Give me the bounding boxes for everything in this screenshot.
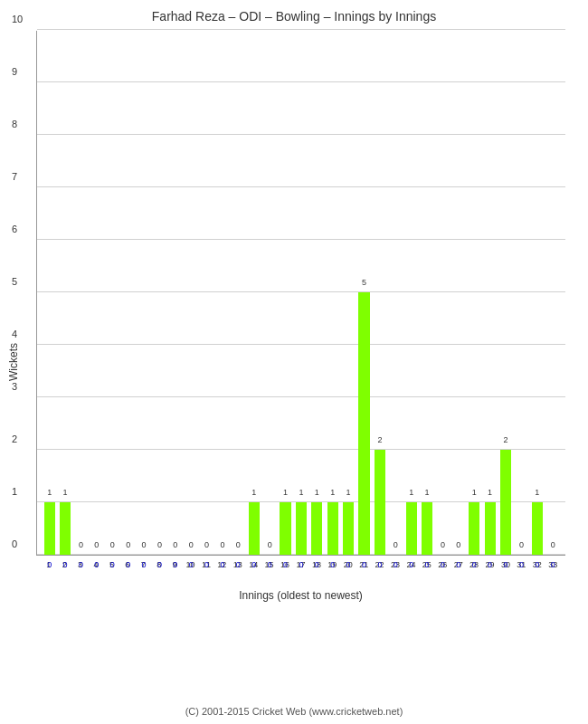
bar: 10 xyxy=(406,502,417,555)
bar-zero-label: 0 xyxy=(220,560,224,569)
bar-group: 10 xyxy=(325,31,340,555)
bar-zero-label: 0 xyxy=(504,560,508,569)
bar: 20 xyxy=(375,450,385,555)
bar-zero-label: 0 xyxy=(299,560,303,569)
y-axis-label-container: Wickets xyxy=(7,0,20,724)
bar: 10 xyxy=(469,502,479,555)
bar-group: 10 xyxy=(419,31,434,555)
bar-value-label: 1 xyxy=(488,488,492,497)
bar-zero-label: 0 xyxy=(79,560,83,569)
bar-group: 00 xyxy=(261,31,277,555)
bar-group: 00 xyxy=(120,31,136,555)
bar-group: 00 xyxy=(167,31,183,555)
bar-zero-label: 0 xyxy=(441,560,445,569)
bar-value-label: 0 xyxy=(456,540,460,549)
y-tick-label: 3 xyxy=(12,381,17,392)
y-tick-label: 6 xyxy=(12,224,17,234)
chart-title: Farhad Reza – ODI – Bowling – Innings by… xyxy=(9,9,579,24)
bar-value-label: 1 xyxy=(535,488,539,497)
bar-group: 10 xyxy=(529,31,545,555)
bar-group: 10 xyxy=(340,31,356,555)
bar: 10 xyxy=(44,502,55,555)
plot-area: 0123456789101010000000000000000000000010… xyxy=(36,31,565,556)
bar-zero-label: 0 xyxy=(94,560,99,569)
bar-value-label: 0 xyxy=(551,540,555,549)
bar-zero-label: 0 xyxy=(551,560,555,569)
bar: 10 xyxy=(249,502,260,555)
y-tick-label: 0 xyxy=(12,538,17,549)
bar-zero-label: 0 xyxy=(251,560,256,569)
bar-zero-label: 0 xyxy=(189,560,194,569)
bar-group: 00 xyxy=(450,31,466,555)
bars-container: 1010000000000000000000000010001010101010… xyxy=(37,31,565,555)
bar-group: 10 xyxy=(403,31,419,555)
bar: 10 xyxy=(280,502,290,555)
bar-value-label: 0 xyxy=(519,540,524,549)
grid-line xyxy=(37,29,565,30)
bar: 10 xyxy=(60,502,71,555)
bar-zero-label: 0 xyxy=(535,560,539,569)
bar-zero-label: 0 xyxy=(268,560,272,569)
bar-zero-label: 0 xyxy=(47,560,52,569)
bar-group: 00 xyxy=(89,31,104,555)
bar: 20 xyxy=(500,450,511,555)
bar-value-label: 2 xyxy=(504,435,508,444)
bar-zero-label: 0 xyxy=(110,560,115,569)
y-tick-label: 7 xyxy=(12,171,17,182)
bar-value-label: 1 xyxy=(299,488,303,497)
bar-group: 20 xyxy=(372,31,387,555)
chart-container: Farhad Reza – ODI – Bowling – Innings by… xyxy=(0,0,588,724)
bar-group: 00 xyxy=(184,31,199,555)
bar-value-label: 0 xyxy=(220,540,224,549)
bar-group: 00 xyxy=(214,31,230,555)
bar-zero-label: 0 xyxy=(456,560,460,569)
bar-zero-label: 0 xyxy=(330,560,335,569)
bar-group: 00 xyxy=(514,31,529,555)
bar-group: 50 xyxy=(356,31,372,555)
bar-value-label: 0 xyxy=(236,540,241,549)
bar-group: 10 xyxy=(467,31,482,555)
bar-group: 00 xyxy=(136,31,151,555)
bar-value-label: 1 xyxy=(63,488,68,497)
bar-group: 10 xyxy=(278,31,293,555)
bar-group: 00 xyxy=(199,31,214,555)
bar-group: 00 xyxy=(435,31,450,555)
bar-group: 00 xyxy=(73,31,89,555)
x-axis-title: Innings (oldest to newest) xyxy=(36,589,565,602)
bar-zero-label: 0 xyxy=(394,560,398,569)
bar-value-label: 1 xyxy=(330,488,335,497)
y-tick-label: 8 xyxy=(12,119,17,129)
bar-zero-label: 0 xyxy=(236,560,241,569)
bar-group: 10 xyxy=(246,31,261,555)
bar-zero-label: 0 xyxy=(519,560,524,569)
y-tick-label: 2 xyxy=(12,433,17,444)
bar-value-label: 5 xyxy=(362,278,366,287)
bar-group: 00 xyxy=(231,31,246,555)
bar-value-label: 0 xyxy=(189,540,194,549)
bar-value-label: 0 xyxy=(268,540,272,549)
bar-zero-label: 0 xyxy=(425,560,430,569)
bar-zero-label: 0 xyxy=(409,560,413,569)
bar: 10 xyxy=(343,502,354,555)
bar-zero-label: 0 xyxy=(346,560,351,569)
bar-group: 00 xyxy=(388,31,403,555)
bar-group: 10 xyxy=(57,31,72,555)
bar: 50 xyxy=(358,292,369,555)
bar-zero-label: 0 xyxy=(173,560,177,569)
bar-zero-label: 0 xyxy=(142,560,147,569)
footer: (C) 2001-2015 Cricket Web (www.cricketwe… xyxy=(0,706,588,717)
bar: 10 xyxy=(485,502,496,555)
bar-zero-label: 0 xyxy=(362,560,366,569)
bar-value-label: 1 xyxy=(425,488,430,497)
bar: 10 xyxy=(311,502,322,555)
y-tick-label: 4 xyxy=(12,329,17,339)
bar-zero-label: 0 xyxy=(488,560,492,569)
bar-zero-label: 0 xyxy=(126,560,130,569)
bar-value-label: 0 xyxy=(394,540,398,549)
bar-value-label: 0 xyxy=(441,540,445,549)
bar-value-label: 1 xyxy=(346,488,351,497)
bar-value-label: 0 xyxy=(142,540,147,549)
bar-group: 20 xyxy=(498,31,513,555)
bar-value-label: 1 xyxy=(47,488,52,497)
bar-value-label: 0 xyxy=(126,540,130,549)
